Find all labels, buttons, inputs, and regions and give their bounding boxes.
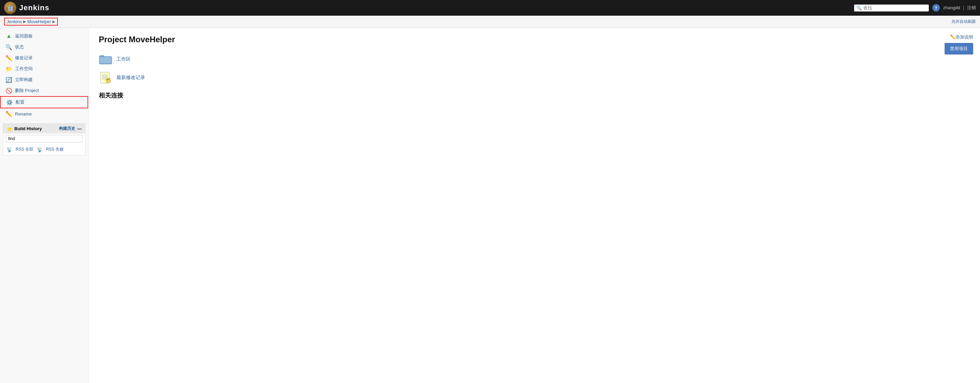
auto-refresh-link[interactable]: 允许自动刷新 — [951, 19, 976, 24]
changes-icon — [99, 71, 112, 85]
sidebar: ▲ 返回面板 🔍 状态 ✏️ 修改记录 📁 工作空间 🔄 立即构建 🚫 删除 P… — [0, 28, 89, 383]
build-history-section: ⭐ Build History 构建历史 — 📡 RSS 全部 📡 RSS 失败 — [3, 123, 86, 155]
gear-icon: ⚙️ — [6, 99, 13, 105]
build-icon: 🔄 — [5, 76, 12, 83]
related-title: 相关连接 — [99, 91, 970, 99]
jenkins-logo: 🤖 — [4, 2, 16, 14]
svg-rect-2 — [99, 57, 112, 64]
sidebar-label-configure: 配置 — [16, 99, 24, 105]
sidebar-label-build: 立即构建 — [15, 77, 33, 83]
pencil-icon-changes: ✏️ — [5, 54, 12, 61]
breadcrumb-arrow-2: ▶ — [52, 19, 55, 24]
sidebar-label-changes: 修改记录 — [15, 55, 33, 61]
delete-icon: 🚫 — [5, 87, 12, 94]
build-history-header-left: ⭐ Build History — [6, 126, 42, 131]
sidebar-item-build-now[interactable]: 🔄 立即构建 — [0, 74, 88, 85]
build-history-title: Build History — [14, 126, 42, 131]
logo-area: 🤖 Jenkins — [4, 2, 49, 14]
logout-link[interactable]: 注销 — [967, 5, 976, 10]
build-history-link[interactable]: 构建历史 — [59, 126, 75, 131]
page-title: Project MoveHelper — [99, 35, 970, 44]
sidebar-item-configure[interactable]: ⚙️ 配置 — [0, 96, 88, 109]
add-description-link[interactable]: ✏️添加说明 — [950, 34, 973, 40]
search-box[interactable]: 🔍 — [854, 5, 929, 11]
header: 🤖 Jenkins 🔍 ? zhangdd ｜ 注销 — [0, 0, 980, 16]
sidebar-label-delete: 删除 Project — [15, 88, 39, 94]
build-history-footer: 📡 RSS 全部 📡 RSS 失败 — [3, 144, 85, 155]
svg-rect-8 — [106, 78, 111, 83]
rss-all-link[interactable]: RSS 全部 — [16, 147, 33, 152]
search-icon: 🔍 — [856, 5, 862, 11]
logo-text: Jenkins — [19, 3, 49, 12]
username-label: zhangdd — [943, 5, 960, 10]
build-history-search — [3, 134, 85, 144]
build-history-header-right: 构建历史 — — [59, 126, 82, 131]
magnifier-icon: 🔍 — [5, 44, 12, 50]
breadcrumb: Jenkins ▶ MoveHelper ▶ 允许自动刷新 — [0, 16, 980, 28]
sidebar-item-rename[interactable]: ✏️ Rename — [0, 109, 88, 119]
breadcrumb-jenkins[interactable]: Jenkins — [7, 19, 22, 24]
main-layout: ▲ 返回面板 🔍 状态 ✏️ 修改记录 📁 工作空间 🔄 立即构建 🚫 删除 P… — [0, 28, 980, 383]
header-left: 🤖 Jenkins — [4, 2, 49, 14]
sidebar-item-status[interactable]: 🔍 状态 — [0, 41, 88, 53]
breadcrumb-arrow-1: ▶ — [23, 19, 26, 24]
user-info: zhangdd ｜ 注销 — [943, 5, 976, 11]
header-right: 🔍 ? zhangdd ｜ 注销 — [854, 4, 976, 11]
sidebar-item-workspace[interactable]: 📁 工作空间 — [0, 63, 88, 74]
build-history-header: ⭐ Build History 构建历史 — — [3, 124, 85, 134]
rss-fail-link[interactable]: RSS 失败 — [46, 147, 64, 152]
help-icon[interactable]: ? — [932, 4, 940, 11]
sidebar-label-status: 状态 — [15, 44, 24, 50]
sidebar-item-changes[interactable]: ✏️ 修改记录 — [0, 53, 88, 63]
workspace-folder-icon — [99, 53, 112, 66]
rename-icon: ✏️ — [5, 110, 12, 117]
rss-all-icon: 📡 — [6, 147, 12, 152]
sidebar-item-delete[interactable]: 🚫 删除 Project — [0, 85, 88, 96]
breadcrumb-project[interactable]: MoveHelper — [27, 19, 51, 24]
content: Project MoveHelper 工作区 — [89, 28, 980, 383]
workspace-row: 工作区 — [99, 53, 970, 66]
disable-project-button[interactable]: 禁用项目 — [945, 43, 973, 54]
sidebar-label-back: 返回面板 — [15, 33, 33, 39]
sidebar-item-back-dashboard[interactable]: ▲ 返回面板 — [0, 31, 88, 41]
changes-row: 最新修改记录 — [99, 71, 970, 85]
sidebar-label-workspace: 工作空间 — [15, 66, 33, 72]
folder-icon-sidebar: 📁 — [5, 65, 12, 72]
sidebar-label-rename: Rename — [15, 112, 32, 116]
build-history-icon: ⭐ — [6, 126, 12, 131]
build-history-dash: — — [77, 126, 82, 131]
changes-link[interactable]: 最新修改记录 — [116, 75, 145, 81]
build-search-input[interactable] — [6, 135, 83, 142]
action-buttons: ✏️添加说明 禁用项目 — [945, 34, 973, 54]
workspace-link[interactable]: 工作区 — [116, 56, 131, 62]
rss-fail-icon: 📡 — [37, 147, 43, 152]
breadcrumb-left: Jenkins ▶ MoveHelper ▶ — [4, 18, 58, 26]
arrow-up-icon: ▲ — [5, 33, 12, 40]
breadcrumb-right: 允许自动刷新 — [951, 19, 976, 24]
search-input[interactable] — [863, 5, 924, 11]
